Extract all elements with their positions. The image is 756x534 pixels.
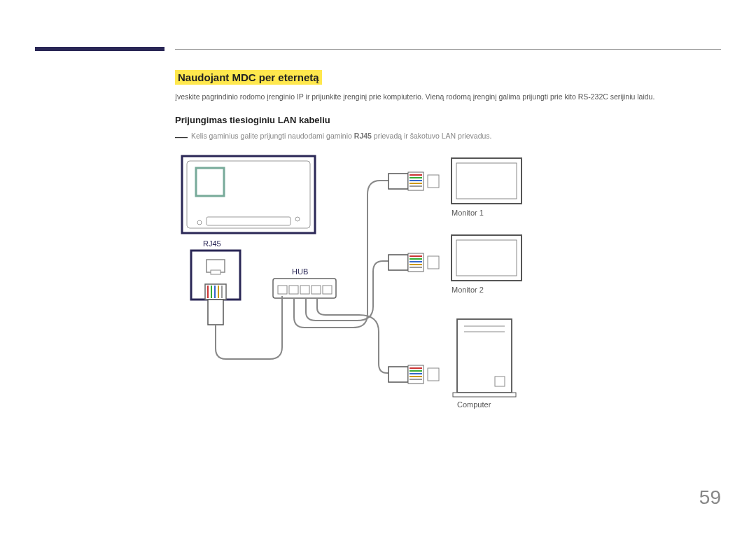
cable-hub-monitor1 [294, 181, 388, 328]
rj45-connector-icon [388, 365, 439, 384]
svg-rect-54 [453, 393, 516, 397]
svg-rect-22 [388, 174, 408, 189]
svg-rect-45 [428, 368, 439, 381]
monitor2-label: Monitor 2 [451, 286, 484, 294]
svg-rect-20 [312, 286, 321, 294]
monitor-icon [451, 235, 522, 281]
computer-tower-icon [453, 319, 516, 397]
note-dash-icon: ― [175, 129, 188, 143]
svg-point-4 [197, 220, 202, 225]
rj45-connector-icon [388, 253, 439, 272]
page-number: 59 [699, 486, 721, 509]
header-accent-bar [35, 47, 164, 51]
svg-rect-37 [428, 256, 439, 269]
note-prefix: Kelis gaminius galite prijungti naudodam… [191, 132, 354, 140]
svg-rect-5 [206, 217, 290, 225]
connection-diagram: RJ45 HUB [178, 153, 570, 433]
svg-rect-17 [278, 286, 287, 294]
computer-label: Computer [457, 400, 491, 409]
monitor1-label: Monitor 1 [451, 209, 484, 217]
svg-rect-1 [187, 161, 310, 228]
rj45-label: RJ45 [203, 239, 221, 248]
svg-rect-8 [211, 270, 220, 274]
monitor-icon [451, 158, 522, 204]
cable-hub-computer [317, 298, 388, 373]
rj45-connector-icon [388, 172, 439, 190]
svg-rect-47 [456, 163, 517, 199]
svg-rect-19 [300, 286, 309, 294]
svg-rect-50 [457, 319, 512, 393]
svg-rect-2 [196, 168, 224, 196]
hub-icon [273, 279, 336, 298]
section-title: Naudojant MDC per eternetą [175, 70, 322, 85]
cable-rj45-hub [216, 296, 282, 359]
note-strong: RJ45 [354, 132, 372, 140]
svg-rect-29 [428, 175, 439, 188]
device-panel-icon [182, 156, 315, 233]
subsection-title: Prijungimas tiesioginiu LAN kabeliu [175, 115, 721, 125]
header-divider [175, 49, 721, 50]
note-line: ― Kelis gaminius galite prijungti naudod… [175, 129, 721, 144]
note-suffix: prievadą ir šakotuvo LAN prievadus. [372, 132, 492, 140]
page-content: Naudojant MDC per eternetą Įveskite pagr… [175, 70, 721, 433]
rj45-port-icon [191, 251, 240, 325]
svg-rect-21 [323, 286, 332, 294]
svg-rect-15 [208, 300, 223, 325]
intro-paragraph: Įveskite pagrindinio rodomo įrenginio IP… [175, 92, 721, 102]
svg-point-3 [295, 217, 300, 221]
svg-rect-49 [456, 240, 517, 276]
svg-rect-38 [388, 367, 408, 382]
svg-rect-30 [388, 255, 408, 270]
svg-rect-18 [289, 286, 298, 294]
hub-label: HUB [292, 267, 308, 276]
